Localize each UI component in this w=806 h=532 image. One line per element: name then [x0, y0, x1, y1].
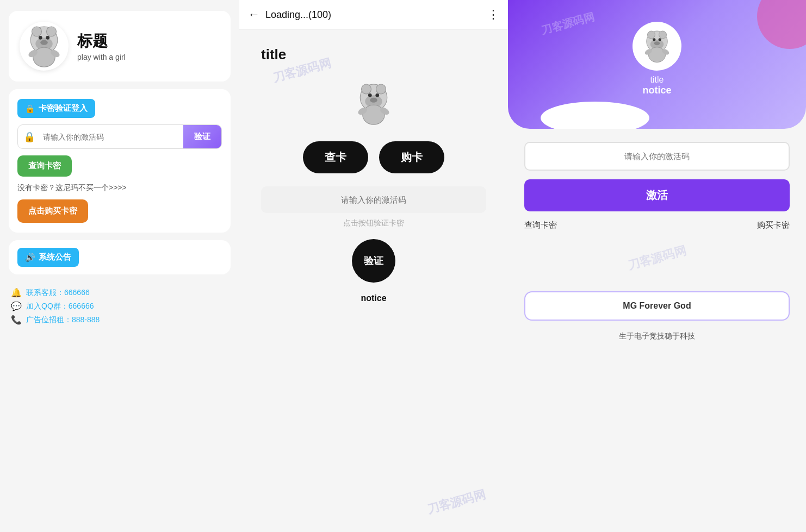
- mascot-icon-3: [638, 27, 676, 65]
- mascot-icon-2: [349, 79, 398, 128]
- speaker-icon: 🔊: [25, 253, 35, 262]
- more-options-button[interactable]: ⋮: [487, 8, 499, 22]
- query-card-button[interactable]: 查询卡密: [17, 155, 72, 177]
- back-button[interactable]: ←: [248, 8, 260, 22]
- svg-point-5: [46, 36, 49, 40]
- panel3-notice: notice: [642, 85, 671, 96]
- contact-section: 🔔 联系客服：666666 💬 加入QQ群：666666 📞 广告位招租：888…: [9, 282, 231, 330]
- qq-icon: 💬: [11, 301, 22, 311]
- watermark-2: 刀客源码网: [425, 486, 487, 517]
- card-section: 🔒 卡密验证登入 🔒 验证 查询卡密 没有卡密？这尼玛不买一个>>>> 点击购买…: [9, 89, 231, 233]
- panel2-page-title: title: [261, 46, 286, 63]
- panel3-footer-text: 生于电子竞技稳于科技: [524, 331, 790, 341]
- panel2-activation-input[interactable]: [261, 186, 486, 213]
- announcement-button[interactable]: 🔊 系统公告: [17, 248, 79, 267]
- svg-point-16: [370, 98, 377, 103]
- check-card-button[interactable]: 查卡: [303, 141, 368, 173]
- app-title-en: play with a girl: [77, 53, 126, 61]
- panel3-activation-input[interactable]: [524, 142, 790, 171]
- contact-qq-item: 💬 加入QQ群：666666: [11, 301, 228, 311]
- panel3-links: 查询卡密 购买卡密: [524, 220, 790, 230]
- loading-title: Loading...(100): [265, 9, 482, 21]
- verify-button[interactable]: 验证: [183, 125, 221, 148]
- contact-ad-item: 📞 广告位招租：888-888: [11, 315, 228, 325]
- panel-2: ← Loading...(100) ⋮ 刀客源码网 title: [239, 0, 508, 532]
- svg-point-11: [362, 84, 371, 94]
- panel3-query-card-link[interactable]: 查询卡密: [524, 220, 557, 230]
- panel2-content: 刀客源码网 title 查卡 购卡 点击按钮验证卡密: [239, 30, 508, 532]
- panel3-mg-button[interactable]: MG Forever God: [524, 291, 790, 321]
- svg-point-24: [653, 38, 655, 41]
- panel3-buy-card-link[interactable]: 购买卡密: [757, 220, 790, 230]
- svg-point-22: [659, 31, 667, 39]
- panel2-hint-text: 点击按钮验证卡密: [343, 218, 404, 228]
- svg-point-4: [39, 36, 42, 40]
- panel2-mascot: [349, 79, 398, 128]
- panel2-action-buttons: 查卡 购卡: [303, 141, 444, 173]
- mascot-icon: [20, 22, 69, 71]
- bell-icon: 🔔: [11, 287, 22, 298]
- panel-1: 标题 play with a girl 🔒 卡密验证登入 🔒 验证 查询卡密 没…: [0, 0, 239, 532]
- panel2-notice: notice: [361, 293, 386, 303]
- svg-point-26: [654, 41, 660, 45]
- svg-point-25: [659, 38, 661, 41]
- watermark-3: 刀客源码网: [540, 10, 596, 38]
- contact-service-item: 🔔 联系客服：666666: [11, 287, 228, 298]
- svg-point-14: [368, 93, 372, 97]
- svg-point-15: [375, 93, 379, 97]
- svg-point-12: [376, 84, 386, 94]
- app-icon-wrapper: [20, 22, 69, 71]
- app-title-cn: 标题: [77, 31, 126, 52]
- panel2-topbar: ← Loading...(100) ⋮: [239, 0, 508, 30]
- svg-point-6: [40, 40, 48, 45]
- card-icon: 🔒: [25, 104, 35, 114]
- card-login-button[interactable]: 🔒 卡密验证登入: [17, 99, 95, 118]
- buy-card-button[interactable]: 点击购买卡密: [17, 199, 88, 223]
- panel3-activate-button[interactable]: 激活: [524, 179, 790, 211]
- panel2-verify-button[interactable]: 验证: [352, 239, 395, 283]
- svg-point-2: [47, 27, 57, 36]
- svg-point-21: [648, 31, 655, 39]
- app-title-block: 标题 play with a girl: [77, 31, 126, 61]
- no-card-text: 没有卡密？这尼玛不买一个>>>>: [17, 183, 222, 193]
- panel3-content: 激活 查询卡密 购买卡密 刀客源码网 MG Forever God 生于电子竞技…: [508, 129, 806, 354]
- panel-3: 刀客源码网 title notice 激活 查询卡密 购买卡密: [508, 0, 806, 532]
- lock-icon: 🔒: [18, 131, 41, 143]
- phone-icon: 📞: [11, 315, 22, 325]
- svg-point-1: [32, 27, 42, 36]
- panel3-app-title: title: [650, 75, 664, 85]
- announcement-section: 🔊 系统公告: [9, 240, 231, 274]
- panel3-watermark-area: 刀客源码网: [524, 239, 790, 277]
- activation-input[interactable]: [41, 126, 183, 148]
- app-header: 标题 play with a girl: [9, 11, 231, 82]
- buy-card-button-2[interactable]: 购卡: [379, 141, 444, 173]
- panel3-mascot-wrapper: [633, 22, 681, 71]
- activation-input-row: 🔒 验证: [17, 124, 222, 149]
- panel3-header: 刀客源码网 title notice: [508, 0, 806, 129]
